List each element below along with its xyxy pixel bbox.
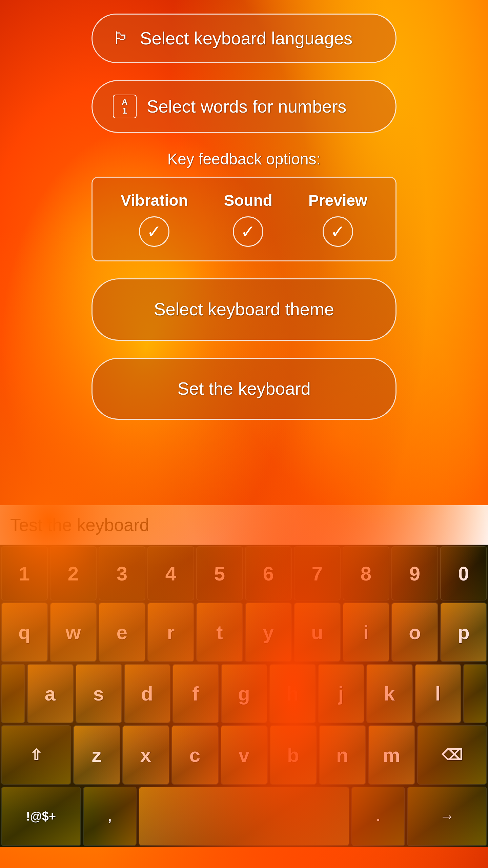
flag-icon: 🏳	[113, 28, 130, 48]
sound-checkbox[interactable]: ✓	[233, 216, 263, 247]
vibration-checkbox[interactable]: ✓	[139, 216, 169, 247]
set-keyboard-label: Set the keyboard	[177, 379, 310, 398]
select-words-button[interactable]: A 1 Select words for numbers	[92, 80, 396, 133]
main-content: 🏳 Select keyboard languages A 1 Select w…	[0, 0, 488, 420]
vibration-feedback-item[interactable]: Vibration ✓	[121, 191, 188, 247]
feedback-box: Vibration ✓ Sound ✓ Preview ✓	[92, 177, 396, 261]
vibration-label: Vibration	[121, 191, 188, 210]
preview-feedback-item[interactable]: Preview ✓	[308, 191, 367, 247]
select-theme-label: Select keyboard theme	[154, 299, 334, 319]
ab-icon: A 1	[113, 95, 137, 118]
select-languages-button[interactable]: 🏳 Select keyboard languages	[92, 14, 396, 63]
sound-feedback-item[interactable]: Sound ✓	[224, 191, 272, 247]
preview-label: Preview	[308, 191, 367, 210]
feedback-section-label: Key feedback options:	[92, 150, 396, 168]
preview-checkbox[interactable]: ✓	[323, 216, 353, 247]
select-theme-button[interactable]: Select keyboard theme	[92, 278, 396, 341]
select-languages-label: Select keyboard languages	[140, 28, 352, 48]
set-keyboard-button[interactable]: Set the keyboard	[92, 358, 396, 420]
select-words-label: Select words for numbers	[147, 96, 347, 117]
feedback-section: Key feedback options: Vibration ✓ Sound …	[92, 150, 396, 261]
sound-label: Sound	[224, 191, 272, 210]
